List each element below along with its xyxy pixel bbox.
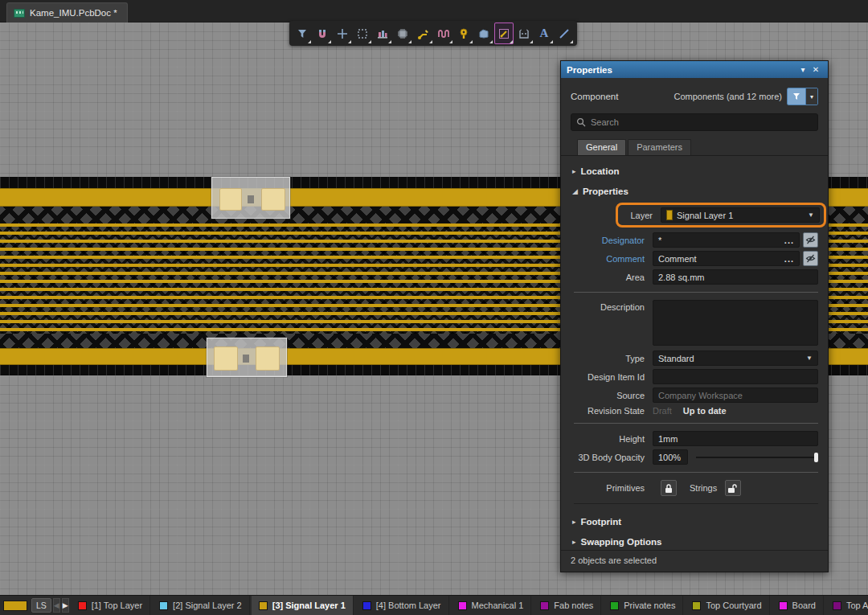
component-pad[interactable] [256, 346, 280, 371]
component-pad[interactable] [214, 346, 238, 371]
collapsed-triangle-icon: ▸ [572, 538, 576, 546]
properties-panel-header[interactable]: Properties ▾ ✕ [561, 61, 828, 78]
layer-tab[interactable]: Top Assembly [825, 596, 868, 615]
object-type-label: Component [571, 92, 674, 101]
height-input[interactable]: 1mm [653, 431, 818, 446]
opacity-slider-handle[interactable] [814, 453, 818, 462]
selection-box-icon[interactable] [353, 23, 372, 44]
eye-slash-icon [805, 253, 816, 264]
line-icon[interactable] [555, 23, 574, 44]
comment-more-button[interactable]: ... [784, 254, 794, 264]
revision-draft-text: Draft [653, 406, 672, 416]
type-label: Type [571, 354, 645, 363]
scope-filter-icon[interactable] [788, 88, 805, 105]
crosshair-icon[interactable] [333, 23, 352, 44]
section-properties[interactable]: ◢ Properties [571, 181, 818, 201]
via-icon[interactable] [454, 23, 473, 44]
document-tab[interactable]: Kame_IMU.PcbDoc * [6, 2, 128, 23]
layer-tab-bar: LS ◀ ▶ [1] Top Layer [2] Signal Layer 2 … [0, 595, 868, 615]
layer-tab[interactable]: [2] Signal Layer 2 [152, 596, 250, 615]
selected-component-2[interactable] [207, 338, 287, 377]
text-string-icon[interactable]: A [534, 23, 554, 44]
panel-close-icon[interactable]: ✕ [809, 65, 822, 74]
filter-icon[interactable] [293, 23, 312, 44]
designator-more-button[interactable]: ... [784, 236, 794, 245]
revision-state-label: Revision State [571, 406, 645, 416]
section-swapping-options[interactable]: ▸ Swapping Options [571, 531, 818, 550]
opacity-value-input[interactable]: 100% [653, 449, 688, 465]
selection-scope-label: Components (and 12 more) [674, 92, 782, 101]
designator-input[interactable]: * ... [653, 232, 800, 248]
component-body-mark [248, 195, 254, 203]
type-select[interactable]: Standard ▼ [653, 351, 818, 366]
designator-visibility-toggle[interactable] [803, 232, 818, 248]
layer-tab[interactable]: Private notes [603, 596, 683, 615]
comment-input[interactable]: Comment ... [653, 251, 800, 266]
designator-label: Designator [571, 236, 645, 245]
description-label: Description [571, 302, 645, 312]
room-icon[interactable] [514, 23, 534, 44]
layer-color-swatch [78, 601, 87, 610]
panel-tabs: General Parameters [577, 139, 818, 155]
design-item-id-input[interactable] [653, 369, 818, 384]
layer-color-swatch [610, 601, 619, 610]
layer-color-swatch [362, 601, 371, 610]
pcbdoc-icon [14, 9, 25, 18]
scroll-layers-left-button[interactable]: ◀ [53, 598, 60, 613]
layer-tab[interactable]: Mechanical 1 [451, 596, 532, 615]
revision-state-value: Up to date [683, 406, 727, 416]
scope-filter-split-button[interactable]: ▾ [787, 88, 818, 105]
layer-tab[interactable]: Top Courtyard [685, 596, 769, 615]
search-box[interactable] [571, 113, 818, 131]
section-footprint[interactable]: ▸ Footprint [571, 511, 818, 531]
polygon-pour-icon[interactable] [474, 23, 493, 44]
active-line-tool-icon[interactable] [494, 23, 514, 44]
source-input[interactable]: Company Workspace [653, 387, 818, 403]
layer-sets-button[interactable]: LS [31, 598, 51, 613]
scroll-layers-right-button[interactable]: ▶ [62, 598, 69, 613]
tune-meander-icon[interactable] [434, 23, 453, 44]
strings-lock-button[interactable] [725, 480, 741, 496]
properties-panel: Properties ▾ ✕ Component Components (and… [560, 60, 829, 572]
board-insight-icon[interactable] [373, 23, 392, 44]
component-pad[interactable] [219, 188, 242, 211]
layer-color-swatch [692, 601, 701, 610]
tab-parameters[interactable]: Parameters [628, 139, 691, 155]
design-item-id-label: Design Item Id [571, 372, 645, 382]
altium-pcb-editor: Kame_IMU.PcbDoc * [0, 0, 868, 615]
route-icon[interactable] [413, 23, 432, 44]
component-pad[interactable] [261, 188, 285, 211]
search-input[interactable] [591, 117, 813, 127]
layer-select[interactable]: Signal Layer 1 ▼ [661, 207, 820, 223]
lock-closed-icon [664, 483, 674, 494]
scope-filter-dropdown-icon[interactable]: ▾ [805, 88, 817, 105]
opacity-slider[interactable] [696, 452, 818, 463]
chevron-down-icon[interactable]: ▼ [808, 211, 814, 219]
magnet-snap-icon[interactable] [313, 23, 332, 44]
layer-tab[interactable]: Board [772, 596, 824, 615]
section-location[interactable]: ▸ Location [571, 161, 818, 181]
tab-general[interactable]: General [577, 139, 626, 155]
selected-component-1[interactable] [211, 177, 290, 219]
component-icon[interactable] [393, 23, 412, 44]
layer-tab[interactable]: [1] Top Layer [71, 596, 150, 615]
layer-tab[interactable]: [4] Bottom Layer [355, 596, 449, 615]
panel-title: Properties [567, 65, 796, 75]
layer-tab[interactable]: Fab notes [533, 596, 601, 615]
comment-visibility-toggle[interactable] [803, 251, 818, 266]
layer-color-swatch [259, 601, 268, 610]
primitives-lock-button[interactable] [661, 480, 677, 496]
layer-value: Signal Layer 1 [677, 211, 733, 220]
panel-menu-icon[interactable]: ▾ [796, 65, 809, 74]
chevron-down-icon[interactable]: ▼ [806, 355, 813, 362]
layer-color-swatch [779, 601, 788, 610]
layer-tab-active[interactable]: [3] Signal Layer 1 [252, 596, 354, 615]
component-body-mark [243, 355, 249, 363]
current-layer-swatch[interactable] [3, 601, 27, 611]
collapsed-triangle-icon: ▸ [572, 167, 576, 175]
opacity-label: 3D Body Opacity [571, 453, 645, 462]
layer-color-swatch [666, 210, 673, 220]
active-bar-toolbar: A [289, 21, 577, 46]
description-textarea[interactable] [653, 300, 818, 346]
layer-color-swatch [458, 601, 467, 610]
